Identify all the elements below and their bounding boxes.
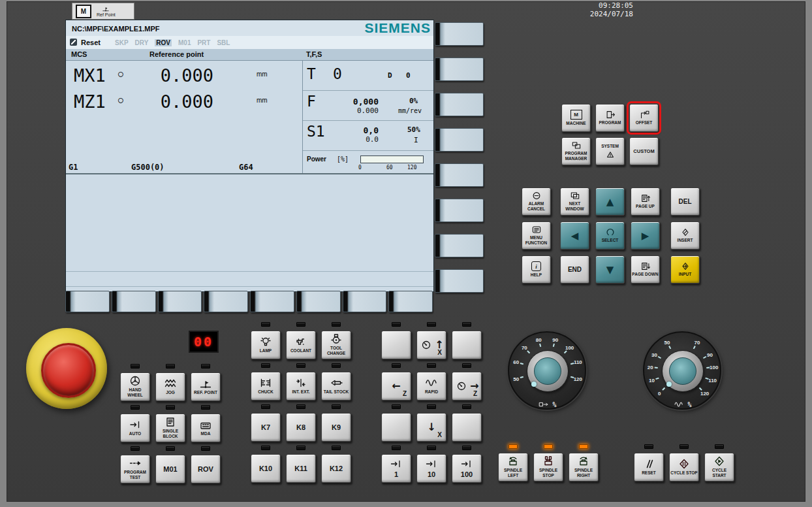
page-down-key[interactable]: PAGE DOWN <box>631 255 660 284</box>
int-ext-key[interactable]: INT. EXT. <box>286 372 316 401</box>
down-arrow-icon: ▼ <box>606 264 614 276</box>
cursor-right-key[interactable]: ▶ <box>631 221 660 250</box>
rapid-led <box>427 363 436 368</box>
offset-key[interactable]: OFFSET <box>629 104 659 132</box>
ref-point-key[interactable]: REF. POINT <box>191 372 221 401</box>
insert-key[interactable]: INSERT <box>670 221 700 250</box>
feed-icon <box>537 401 550 408</box>
softkey-v8[interactable] <box>435 269 484 293</box>
auto-key[interactable]: AUTO <box>120 414 150 442</box>
k11-key[interactable]: K11 <box>286 454 316 483</box>
softkey-h2[interactable] <box>112 291 156 312</box>
select-key[interactable]: SELECT <box>595 221 625 250</box>
softkey-v2[interactable] <box>435 57 484 81</box>
spindle-override-knob[interactable] <box>662 350 704 392</box>
cursor-down-key[interactable]: ▼ <box>595 255 625 284</box>
softkey-h8[interactable] <box>388 291 433 312</box>
custom-key[interactable]: CUSTOM <box>629 137 659 165</box>
softkey-h7[interactable] <box>343 291 387 312</box>
gcode-g500: G500(0) <box>131 163 164 172</box>
softkey-v1[interactable] <box>435 22 484 46</box>
tool-change-key[interactable]: TOOL CHANGE <box>321 331 351 359</box>
k7-key[interactable]: K7 <box>251 413 281 442</box>
emergency-stop-button[interactable] <box>41 343 96 398</box>
blank-key-1[interactable] <box>381 331 411 359</box>
cycle-stop-key[interactable]: CYCLE STOP <box>669 453 699 482</box>
softkey-v3[interactable] <box>435 93 484 116</box>
next-window-icon <box>569 191 581 200</box>
blank-key-3[interactable] <box>381 413 411 442</box>
softkey-h5[interactable] <box>250 291 294 312</box>
softkey-h6[interactable] <box>296 291 341 312</box>
offset-icon <box>638 110 650 119</box>
alarm-cancel-key[interactable]: ALARM CANCEL <box>522 188 551 216</box>
machine-key[interactable]: M MACHINE <box>561 104 591 132</box>
k12-key[interactable]: K12 <box>321 454 351 483</box>
reference-point-header: Reference point <box>149 50 204 58</box>
hand-wheel-key[interactable]: HAND WHEEL <box>120 372 150 401</box>
tfs-header: T,F,S <box>306 50 322 58</box>
inc-1-key[interactable]: 1 <box>381 454 411 483</box>
feed-override-knob[interactable] <box>527 350 569 392</box>
blank-key-4[interactable] <box>452 413 482 442</box>
single-block-key[interactable]: SINGLE BLOCK <box>155 414 185 442</box>
next-window-key[interactable]: NEXT WINDOW <box>560 188 589 216</box>
dial-scale-label: 110 <box>574 359 582 365</box>
page-up-key[interactable]: PAGE UP <box>631 188 660 216</box>
menu-function-key[interactable]: MENU FUNCTION <box>522 221 551 250</box>
program-manager-key[interactable]: PROGRAM MANAGER <box>561 137 591 165</box>
ref-point-icon <box>198 378 213 389</box>
help-key[interactable]: i HELP <box>522 255 551 284</box>
tail-stock-key[interactable]: TAIL STOCK <box>321 372 351 401</box>
end-key[interactable]: END <box>560 255 589 284</box>
system-alarm-key[interactable]: SYSTEM <box>595 137 625 165</box>
single-block-icon <box>163 417 178 427</box>
spindle-stop-icon <box>541 456 555 466</box>
softkey-h1[interactable] <box>65 291 110 312</box>
rov-key[interactable]: ROV <box>191 455 221 483</box>
chuck-key[interactable]: CHUCK <box>251 372 281 401</box>
softkey-v4[interactable] <box>435 128 484 152</box>
axis-minus-z-key[interactable]: ← Z <box>381 372 411 401</box>
coolant-key[interactable]: COOLANT <box>286 331 316 359</box>
softkey-v7[interactable] <box>435 234 484 257</box>
mda-key[interactable]: MDA <box>191 414 221 442</box>
cursor-left-key[interactable]: ◀ <box>560 221 589 250</box>
k10-key[interactable]: K10 <box>251 454 281 483</box>
spindle-left-key[interactable]: SPINDLE LEFT <box>498 453 528 482</box>
k9-key[interactable]: K9 <box>321 413 351 442</box>
spindle-right-key[interactable]: SPINDLE RIGHT <box>569 453 599 482</box>
power-bar-fill <box>361 156 423 163</box>
blank-key-2[interactable] <box>452 331 482 359</box>
spindle-stop-key[interactable]: SPINDLE STOP <box>533 453 563 482</box>
select-icon <box>604 228 616 237</box>
block-counter-display: 00 <box>189 331 219 353</box>
spindle-unit: I <box>414 136 418 144</box>
cursor-up-key[interactable]: ▲ <box>595 188 625 216</box>
jog-key[interactable]: JOG <box>155 372 185 401</box>
m01-key[interactable]: M01 <box>155 455 185 483</box>
program-test-key[interactable]: PROGRAM TEST <box>120 455 150 483</box>
del-key[interactable]: DEL <box>670 188 700 216</box>
softkey-h3[interactable] <box>158 291 202 312</box>
inc-10-key[interactable]: 10 <box>416 454 446 483</box>
axis-plus-x-key[interactable]: ↑ X <box>416 331 446 359</box>
rapid-key[interactable]: RAPID <box>416 372 446 401</box>
reset-key[interactable]: RESET <box>634 453 664 482</box>
axis-letter: Z <box>403 390 407 397</box>
program-key[interactable]: PROGRAM <box>595 104 625 132</box>
screen-empty-area <box>66 173 433 291</box>
k8-key[interactable]: K8 <box>286 413 316 442</box>
softkey-v5[interactable] <box>435 163 484 187</box>
axis-plus-z-key[interactable]: → Z <box>452 372 482 401</box>
softkey-h4[interactable] <box>204 291 248 312</box>
active-mode-badge: M Ref Point <box>72 3 134 20</box>
inc-100-key[interactable]: 100 <box>452 454 482 483</box>
softkey-v6[interactable] <box>435 199 484 222</box>
lamp-key[interactable]: LAMP <box>251 331 281 359</box>
cycle-key-row: RESET CYCLE STOP CYCLE START <box>634 444 734 482</box>
input-key[interactable]: INPUT <box>670 255 700 284</box>
tool-change-icon <box>329 334 343 344</box>
axis-minus-x-key[interactable]: ↓ X <box>416 413 446 442</box>
cycle-start-key[interactable]: CYCLE START <box>704 453 734 482</box>
